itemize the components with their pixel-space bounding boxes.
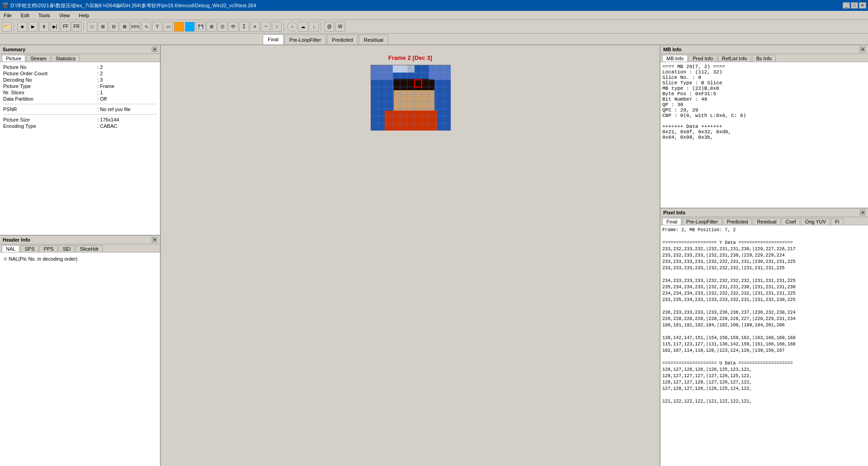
tab-stream[interactable]: Stream: [26, 55, 50, 62]
maximize-button[interactable]: □: [851, 2, 858, 9]
header-info-section: Header Info ✕ NAL SPS PPS SEI SliceHdr ⊞…: [0, 236, 160, 466]
y-line-10: 236,233,233,233,|233,236,236,237,|236,23…: [662, 310, 866, 316]
minimize-button[interactable]: _: [843, 2, 850, 9]
pixel-info-close[interactable]: ✕: [860, 210, 865, 215]
tab-pixel-fi[interactable]: Fi: [831, 218, 843, 225]
mb-line-8: QP : 30: [662, 102, 866, 107]
tab-bs-info[interactable]: Bs Info: [752, 55, 776, 62]
field-value: : 2: [96, 70, 158, 77]
table-row: Picture Order Count : 2: [2, 70, 158, 77]
cloud-button[interactable]: ☁: [298, 22, 308, 32]
rect2-button[interactable]: ▭: [163, 22, 173, 32]
titlebar: 🎬 D:\学校文档\2021春\数据压缩\ex_7\实验8 H264编码\H.2…: [0, 0, 868, 11]
field-value: : 3: [96, 77, 158, 83]
tab-pred-info[interactable]: Pred Info: [689, 55, 717, 62]
mb-line-2: Location : (112, 32): [662, 69, 866, 75]
menu-tools[interactable]: Tools: [37, 12, 52, 19]
stop-button[interactable]: ■: [17, 22, 27, 32]
tab-reflist-info[interactable]: RefList Info: [718, 55, 752, 62]
tab-mb-info[interactable]: MB Info: [662, 55, 688, 62]
mb-line-12: 0x21, 0x9f, 0x32, 0xd8,: [662, 129, 866, 135]
close-button[interactable]: ✕: [859, 2, 866, 9]
mb-line-13: 0x64, 0x98, 0x3b,: [662, 135, 866, 140]
menu-edit[interactable]: Edit: [19, 12, 31, 19]
pixel-info-section: Pixel Info ✕ Final Pre-LoopFilter Predic…: [661, 209, 868, 466]
tab-sei[interactable]: SEI: [58, 245, 75, 252]
tree-expand-icon: ⊞: [4, 257, 7, 261]
svg-rect-26: [407, 65, 415, 73]
menu-file[interactable]: File: [2, 12, 14, 19]
grid-large-button[interactable]: ⊠: [120, 22, 130, 32]
tilde-button[interactable]: ~: [261, 22, 271, 32]
tab-predicted[interactable]: Predicted: [327, 34, 358, 44]
pixel-tabs: Final Pre-LoopFilter Predicted Residual …: [661, 217, 868, 225]
grid-small-button[interactable]: ⊞: [98, 22, 108, 32]
color2-button[interactable]: [185, 22, 195, 32]
arrow2-button[interactable]: ↓: [309, 22, 319, 32]
y-data-header: ==================== Y Data ============…: [662, 240, 866, 246]
tab-preloopfilter[interactable]: Pre-LoopFilter: [285, 34, 326, 44]
tab-slicehdr[interactable]: SliceHdr: [76, 245, 103, 252]
tab-pixel-predicted[interactable]: Predicted: [723, 218, 752, 225]
field-label: Picture Size: [2, 116, 96, 123]
table-row: Nr. Slices : 1: [2, 89, 158, 96]
svg-rect-25: [393, 65, 407, 73]
tab-pixel-preloop[interactable]: Pre-LoopFilter: [682, 218, 722, 225]
tab-sps[interactable]: SPS: [20, 245, 39, 252]
step-forward-button[interactable]: ▶|: [50, 22, 60, 32]
tab-pps[interactable]: PPS: [39, 245, 58, 252]
y-line-15: 115,117,123,127,|131,136,142,150,|161,16…: [662, 341, 866, 348]
open-button[interactable]: 📂: [2, 22, 12, 32]
menu-help[interactable]: Help: [77, 12, 91, 19]
tab-picture[interactable]: Picture: [2, 55, 25, 62]
tab-nal[interactable]: NAL: [2, 245, 19, 252]
wave2-button[interactable]: Y: [152, 22, 162, 32]
equal-button[interactable]: ≡: [250, 22, 260, 32]
mb-tabs: MB Info Pred Info RefList Info Bs Info: [661, 54, 868, 62]
field-value: : No ref yuv file: [96, 106, 158, 112]
mb-info-title: MB Info: [663, 47, 681, 52]
y-line-7: 234,234,234,233,|232,232,232,232,|231,23…: [662, 291, 866, 297]
mb-line-5: MB type : (22)B_8x8: [662, 86, 866, 91]
summary-close[interactable]: ✕: [152, 47, 157, 52]
right-panel: MB Info ✕ MB Info Pred Info RefList Info…: [660, 45, 868, 466]
tab-pixel-origyuv[interactable]: Orig YUV: [801, 218, 830, 225]
grid-medium-button[interactable]: ⊟: [109, 22, 119, 32]
fast-rewind-button[interactable]: FR: [72, 22, 82, 32]
mb-info-close[interactable]: ✕: [860, 47, 865, 52]
tab-residual[interactable]: Residual: [359, 34, 388, 44]
grid1-button[interactable]: ⊞: [207, 22, 217, 32]
color-button[interactable]: [174, 22, 184, 32]
divider-row: [2, 102, 158, 106]
fast-forward-button[interactable]: FF: [61, 22, 71, 32]
tab-pixel-final[interactable]: Final: [662, 218, 681, 225]
nal-tree: ⊞ NAL(Pic No. in decoding order): [2, 254, 158, 263]
nal-tree-item[interactable]: ⊞ NAL(Pic No. in decoding order): [4, 256, 156, 262]
arrow-button[interactable]: ↕: [272, 22, 282, 32]
play-button[interactable]: ▶: [28, 22, 38, 32]
wave1-button[interactable]: ∿: [141, 22, 151, 32]
header-close[interactable]: ✕: [152, 237, 157, 243]
center-button[interactable]: 中: [228, 22, 238, 32]
circle-button[interactable]: ○: [287, 22, 297, 32]
pixel-info-content: Frame: 2, MB Position: 7, 2 ============…: [661, 225, 868, 466]
w-button[interactable]: W: [335, 22, 345, 32]
u-line-1: 128,127,126,126,|126,125,123,121,: [662, 367, 866, 373]
tab-pixel-residual[interactable]: Residual: [753, 218, 781, 225]
tab-final[interactable]: Final: [263, 34, 284, 44]
pause-button[interactable]: ⏸: [39, 22, 49, 32]
save-button[interactable]: 💾: [196, 22, 206, 32]
y-line-2: 233,232,233,233,|232,231,230,|229,229,22…: [662, 252, 866, 259]
tab-pixel-coef[interactable]: Coef: [781, 218, 800, 225]
header-info-header: Header Info ✕: [0, 236, 160, 244]
at-button[interactable]: @: [324, 22, 334, 32]
summary-title: Summary: [3, 47, 25, 52]
sigma-button[interactable]: Σ: [239, 22, 249, 32]
fps-button[interactable]: FPS: [130, 22, 140, 32]
rect-button[interactable]: □: [87, 22, 97, 32]
grid2-button[interactable]: ⊡: [217, 22, 227, 32]
mb-line-9: QPC : 29, 29: [662, 107, 866, 113]
menu-view[interactable]: View: [57, 12, 72, 19]
tab-statistics[interactable]: Statistics: [52, 55, 80, 62]
window-controls: _ □ ✕: [843, 2, 866, 9]
